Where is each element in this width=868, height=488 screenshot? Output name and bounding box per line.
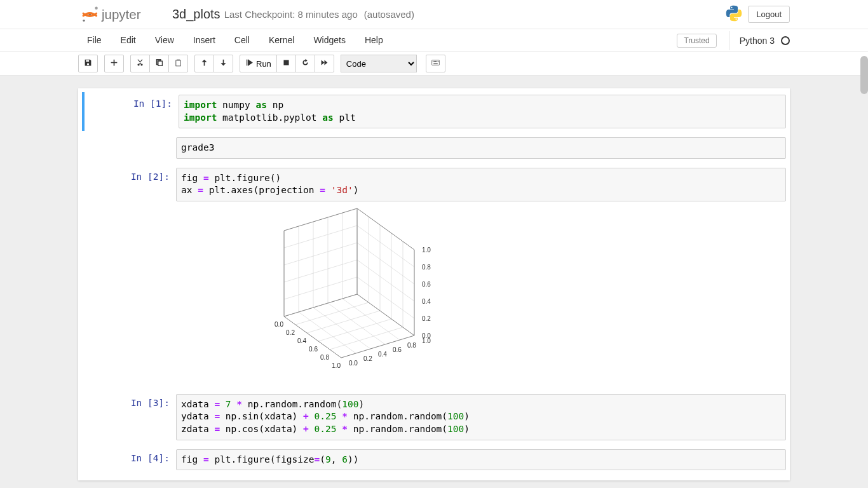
code-cell[interactable]: grade3 — [82, 135, 786, 161]
svg-rect-11 — [433, 64, 438, 64]
code-cell[interactable]: In [3]: xdata = 7 * np.random.random(100… — [82, 391, 786, 443]
code-input[interactable]: fig = plt.figure() ax = plt.axes(project… — [176, 168, 786, 201]
code-input[interactable]: import numpy as np import matplotlib.pyp… — [179, 95, 786, 128]
svg-text:0.6: 0.6 — [422, 281, 431, 288]
input-prompt: In [4]: — [82, 449, 176, 471]
cell-type-select[interactable]: Code — [341, 55, 417, 72]
svg-text:1.0: 1.0 — [332, 362, 341, 369]
svg-text:0.4: 0.4 — [297, 337, 306, 344]
svg-line-49 — [284, 294, 357, 316]
python-logo-icon — [725, 4, 743, 24]
svg-line-45 — [357, 226, 414, 267]
input-prompt: In [1]: — [85, 95, 179, 128]
svg-line-27 — [284, 277, 357, 299]
svg-rect-4 — [283, 60, 288, 65]
run-button[interactable]: Run — [240, 55, 277, 72]
add-cell-button[interactable] — [104, 55, 124, 72]
autosave-status: (autosaved) — [364, 9, 414, 20]
svg-point-1 — [95, 6, 97, 9]
svg-text:0.8: 0.8 — [407, 342, 416, 349]
svg-text:0.8: 0.8 — [320, 354, 329, 361]
menu-help[interactable]: Help — [355, 29, 393, 51]
notebook-name[interactable]: 3d_plots — [172, 7, 220, 22]
logout-button[interactable]: Logout — [748, 6, 790, 23]
input-prompt — [82, 137, 176, 159]
code-input[interactable]: grade3 — [176, 137, 786, 159]
kernel-name: Python 3 — [740, 36, 775, 46]
copy-icon — [155, 58, 163, 69]
code-cell[interactable]: In [1]: import numpy as np import matplo… — [82, 92, 786, 131]
paste-button[interactable] — [168, 55, 188, 72]
svg-line-33 — [284, 226, 357, 248]
svg-rect-7 — [434, 61, 435, 62]
code-input[interactable]: xdata = 7 * np.random.random(100) ydata … — [176, 394, 786, 440]
svg-rect-5 — [432, 60, 440, 65]
svg-line-39 — [357, 277, 414, 318]
restart-button[interactable] — [295, 55, 315, 72]
svg-rect-6 — [433, 61, 433, 62]
svg-line-16 — [307, 311, 380, 333]
cut-button[interactable] — [130, 55, 150, 72]
jupyter-logo[interactable]: jupyter — [78, 6, 161, 24]
stop-icon — [282, 58, 290, 69]
svg-line-41 — [357, 260, 414, 301]
plus-icon — [110, 58, 118, 69]
output-plot: 0.00.00.00.20.20.20.40.40.40.60.60.60.80… — [176, 201, 786, 385]
svg-line-15 — [299, 312, 356, 353]
move-up-button[interactable] — [194, 55, 214, 72]
menu-file[interactable]: File — [78, 29, 111, 51]
interrupt-button[interactable] — [276, 55, 296, 72]
checkpoint-status: Last Checkpoint: 8 minutes ago — [224, 9, 358, 20]
trusted-indicator[interactable]: Trusted — [677, 34, 716, 48]
menubar: File Edit View Insert Cell Kernel Widget… — [0, 29, 868, 52]
svg-text:0.0: 0.0 — [275, 321, 283, 328]
copy-button[interactable] — [149, 55, 169, 72]
svg-text:0.0: 0.0 — [349, 360, 358, 367]
3d-axes-plot: 0.00.00.00.20.20.20.40.40.40.60.60.60.80… — [195, 205, 449, 383]
svg-line-29 — [284, 260, 357, 282]
arrow-up-icon — [200, 58, 208, 69]
cut-icon — [136, 58, 144, 69]
command-palette-button[interactable] — [426, 55, 445, 72]
menu-cell[interactable]: Cell — [225, 29, 259, 51]
save-button[interactable] — [78, 55, 98, 72]
svg-line-56 — [357, 208, 414, 250]
code-cell[interactable]: In [4]: fig = plt.figure(figsize=(9, 6)) — [82, 447, 786, 473]
scrollbar[interactable] — [860, 56, 868, 94]
input-prompt: In [2]: — [82, 168, 176, 385]
kernel-status-icon — [781, 36, 790, 45]
paste-icon — [174, 58, 182, 69]
restart-icon — [301, 58, 309, 69]
arrow-down-icon — [219, 58, 227, 69]
svg-text:jupyter: jupyter — [101, 6, 141, 21]
svg-text:0.2: 0.2 — [286, 329, 295, 336]
restart-run-all-button[interactable] — [315, 55, 334, 72]
svg-text:0.4: 0.4 — [422, 298, 431, 305]
menu-view[interactable]: View — [146, 29, 184, 51]
svg-line-14 — [295, 302, 369, 325]
move-down-button[interactable] — [214, 55, 233, 72]
svg-rect-8 — [435, 61, 436, 62]
svg-point-2 — [83, 19, 85, 21]
svg-line-52 — [357, 294, 414, 336]
menu-kernel[interactable]: Kernel — [259, 29, 304, 51]
run-label: Run — [256, 59, 271, 69]
svg-text:0.2: 0.2 — [422, 315, 431, 322]
menu-widgets[interactable]: Widgets — [304, 29, 355, 51]
menu-insert[interactable]: Insert — [184, 29, 225, 51]
menu-edit[interactable]: Edit — [111, 29, 146, 51]
svg-line-18 — [318, 319, 391, 341]
svg-text:0.4: 0.4 — [378, 351, 387, 358]
svg-text:1.0: 1.0 — [422, 337, 431, 344]
svg-line-43 — [357, 243, 414, 284]
input-prompt: In [3]: — [82, 394, 176, 440]
svg-line-17 — [313, 308, 370, 349]
code-input[interactable]: fig = plt.figure(figsize=(9, 6)) — [176, 449, 786, 471]
svg-text:0.6: 0.6 — [393, 346, 402, 353]
svg-rect-10 — [438, 61, 438, 62]
code-cell[interactable]: In [2]: fig = plt.figure() ax = plt.axes… — [82, 165, 786, 388]
svg-text:0.2: 0.2 — [363, 355, 372, 362]
svg-line-21 — [342, 299, 400, 340]
svg-text:0.8: 0.8 — [422, 264, 431, 271]
kernel-indicator[interactable]: Python 3 — [729, 31, 790, 50]
